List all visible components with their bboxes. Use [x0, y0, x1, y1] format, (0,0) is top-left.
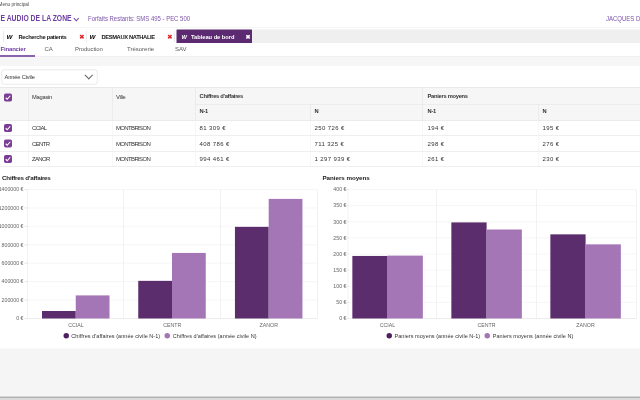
svg-text:250 €: 250 €: [333, 235, 346, 241]
svg-text:1200000 €: 1200000 €: [0, 205, 24, 211]
svg-text:800000 €: 800000 €: [2, 242, 24, 248]
svg-text:0 €: 0 €: [16, 315, 23, 321]
svg-text:600000 €: 600000 €: [2, 260, 24, 266]
svg-text:300 €: 300 €: [333, 219, 346, 225]
svg-text:400 €: 400 €: [333, 186, 346, 192]
svg-text:400000 €: 400000 €: [2, 278, 24, 284]
svg-text:150 €: 150 €: [333, 267, 346, 273]
svg-text:ZANOR: ZANOR: [260, 322, 279, 328]
svg-text:ZANOR: ZANOR: [576, 322, 595, 328]
svg-text:1000000 €: 1000000 €: [0, 223, 24, 229]
svg-text:CCIAL: CCIAL: [68, 322, 84, 328]
svg-text:CCIAL: CCIAL: [380, 322, 396, 328]
svg-text:1400000 €: 1400000 €: [0, 186, 24, 192]
svg-text:CENTR: CENTR: [163, 322, 181, 328]
svg-text:200000 €: 200000 €: [2, 297, 24, 303]
svg-text:200 €: 200 €: [333, 251, 346, 257]
svg-text:100 €: 100 €: [333, 283, 346, 289]
svg-text:350 €: 350 €: [333, 202, 346, 208]
svg-text:0 €: 0 €: [339, 315, 346, 321]
svg-text:50 €: 50 €: [336, 299, 346, 305]
svg-text:CENTR: CENTR: [477, 322, 495, 328]
